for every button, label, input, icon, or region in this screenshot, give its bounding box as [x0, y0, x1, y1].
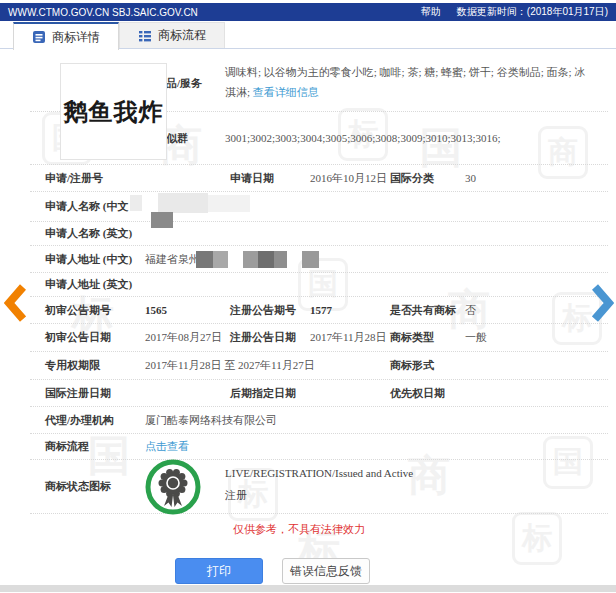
table-row-registration-number: 申请/注册号 申请日期 2016年10月12日 国际分类 30: [30, 165, 608, 192]
table-row-publication-dates: 初审公告日期 2017年08月27日 注册公告日期 2017年11月28日 商标…: [30, 324, 608, 352]
field-value: 2017年11月28日 至 2027年11月27日: [145, 358, 390, 373]
field-label: 商标状态图标: [45, 479, 111, 494]
next-arrow-button[interactable]: [592, 282, 614, 328]
field-label: 注册公告日期: [230, 330, 310, 345]
legal-disclaimer: 仅供参考，不具有法律效力: [30, 514, 608, 544]
tab-trademark-detail[interactable]: 商标详情: [13, 22, 119, 50]
view-detail-link[interactable]: 查看详细信息: [253, 86, 319, 98]
help-link[interactable]: 帮助: [421, 5, 441, 19]
field-label: 申请人地址 (英文): [45, 277, 145, 292]
tab-label: 商标流程: [158, 27, 206, 44]
field-value: 1577: [310, 304, 390, 316]
data-update-time: 数据更新时间：(2018年01月17日): [457, 5, 608, 19]
field-value: 2016年10月12日: [310, 171, 390, 186]
field-label: 商标类型: [390, 330, 465, 345]
field-label: 专用权期限: [45, 358, 145, 373]
trademark-header-section: 鹅鱼我炸 商品/服务 调味料; 以谷物为主的零食小吃; 咖啡; 茶; 糖; 蜂蜜…: [30, 55, 608, 165]
field-label: 优先权日期: [390, 386, 465, 401]
field-value: 否: [465, 303, 608, 318]
registration-badge-icon: [145, 459, 201, 515]
field-value: 2017年11月28日: [310, 330, 390, 345]
table-row-agency: 代理/办理机构 厦门酷泰网络科技有限公司: [30, 407, 608, 434]
field-label: 申请人地址 (中文): [45, 252, 145, 267]
tab-trademark-process[interactable]: 商标流程: [119, 22, 225, 48]
status-text: LIVE/REGISTRATION/Issued and Active 注册: [225, 468, 413, 501]
redacted-block: [274, 251, 287, 268]
field-value: 一般: [465, 330, 608, 345]
table-row-applicant-name-cn: 申请人名称 (中文: [30, 192, 608, 222]
status-line-english: LIVE/REGISTRATION/Issued and Active: [225, 468, 413, 479]
bottom-divider: [0, 585, 616, 592]
error-feedback-button[interactable]: 错误信息反馈: [282, 558, 370, 584]
list-icon: [138, 29, 152, 43]
redacted-block: [130, 195, 142, 211]
table-row-preliminary-number: 初审公告期号 1565 注册公告期号 1577 是否共有商标 否: [30, 297, 608, 324]
trademark-detail-panel: 鹅鱼我炸 商品/服务 调味料; 以谷物为主的零食小吃; 咖啡; 茶; 糖; 蜂蜜…: [30, 55, 608, 590]
action-button-row: 打印 错误信息反馈: [30, 544, 608, 590]
field-label: 申请人名称 (英文): [45, 226, 145, 241]
print-button[interactable]: 打印: [175, 558, 263, 584]
redacted-block: [213, 251, 228, 268]
table-row-international-dates: 国际注册日期 后期指定日期 优先权日期: [30, 380, 608, 407]
click-to-view-link[interactable]: 点击查看: [145, 440, 189, 452]
table-row-trademark-process: 商标流程 点击查看: [30, 434, 608, 460]
field-label: 国际注册日期: [45, 386, 145, 401]
redacted-block: [208, 195, 250, 212]
field-label: 初审公告日期: [45, 330, 145, 345]
table-row-exclusive-right-term: 专用权期限 2017年11月28日 至 2027年11月27日 商标形式: [30, 352, 608, 380]
field-value: 30: [465, 172, 608, 184]
field-label: 是否共有商标: [390, 303, 465, 318]
site-urls: WWW.CTMO.GOV.CN SBJ.SAIC.GOV.CN: [8, 7, 198, 18]
tab-label: 商标详情: [52, 29, 100, 46]
redacted-block: [151, 212, 173, 228]
redacted-block: [258, 251, 274, 268]
table-row-trademark-status: 商标状态图标 LIVE/REGISTRATION/Issued and Acti…: [30, 460, 608, 514]
field-label: 国际分类: [390, 171, 465, 186]
redacted-block: [243, 251, 258, 268]
similar-group-value: 3001;3002;3003;3004;3005;3006;3008;3009;…: [225, 132, 608, 144]
field-label: 商标形式: [390, 358, 465, 373]
goods-services-value: 调味料; 以谷物为主的零食小吃; 咖啡; 茶; 糖; 蜂蜜; 饼干; 谷类制品;…: [225, 63, 596, 103]
field-label: 后期指定日期: [230, 386, 310, 401]
field-value: 2017年08月27日: [145, 330, 230, 345]
table-row-applicant-address-en: 申请人地址 (英文): [30, 273, 608, 297]
trademark-image: 鹅鱼我炸: [60, 63, 167, 160]
field-label: 初审公告期号: [45, 303, 145, 318]
table-row-applicant-name-en: 申请人名称 (英文): [30, 222, 608, 246]
top-bar: WWW.CTMO.GOV.CN SBJ.SAIC.GOV.CN 帮助 数据更新时…: [0, 3, 616, 21]
document-icon: [32, 30, 46, 44]
field-label: 申请日期: [230, 171, 310, 186]
field-label: 注册公告期号: [230, 303, 310, 318]
prev-arrow-button[interactable]: [4, 282, 26, 328]
status-line-chinese: 注册: [225, 490, 413, 501]
field-label: 商标流程: [45, 439, 145, 454]
field-label: 申请/注册号: [45, 171, 145, 186]
field-value: 1565: [145, 304, 230, 316]
trademark-image-text: 鹅鱼我炸: [64, 96, 164, 128]
field-label: 代理/办理机构: [45, 413, 145, 428]
table-row-applicant-address-cn: 申请人地址 (中文) 福建省泉州: [30, 246, 608, 273]
redacted-block: [302, 251, 319, 268]
tab-bar: 商标详情 商标流程: [0, 22, 616, 49]
redacted-block: [158, 193, 208, 213]
field-value: 厦门酷泰网络科技有限公司: [145, 413, 608, 428]
redacted-block: [196, 251, 213, 268]
